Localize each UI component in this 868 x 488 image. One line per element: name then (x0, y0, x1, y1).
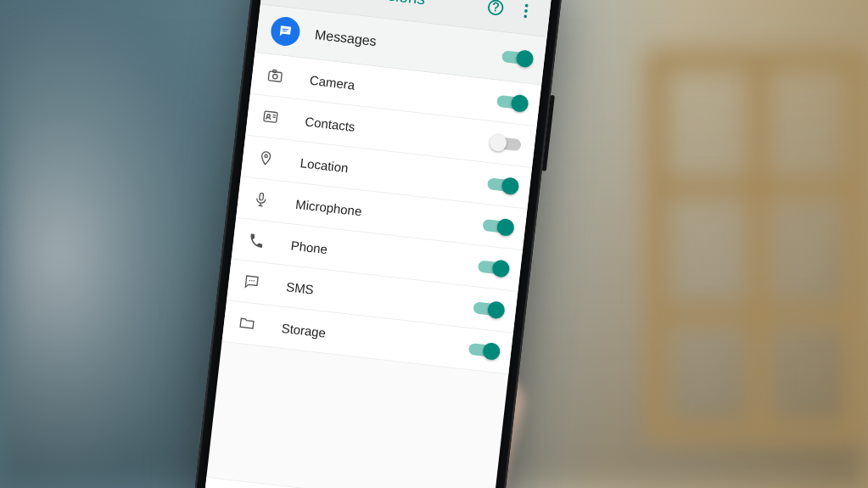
svg-point-4 (524, 9, 528, 13)
permissions-list: Camera Contacts Locati (221, 53, 541, 374)
permission-label: Microphone (295, 196, 484, 232)
svg-point-5 (524, 14, 527, 18)
phone-screen: 14:36 App permissions (202, 0, 554, 488)
background-shelf (647, 51, 868, 441)
app-name: Messages (314, 27, 503, 64)
contacts-icon (260, 106, 281, 126)
toggle-sms[interactable] (473, 301, 502, 317)
overflow-menu-button[interactable] (509, 0, 543, 28)
toggle-contacts[interactable] (491, 136, 521, 151)
svg-rect-10 (273, 70, 277, 72)
more-vert-icon (516, 1, 536, 21)
messages-app-icon (270, 15, 302, 48)
toggle-phone[interactable] (478, 261, 507, 276)
phone-icon (246, 231, 266, 251)
permission-label: Camera (309, 72, 497, 108)
camera-icon (265, 65, 285, 86)
svg-point-21 (254, 280, 255, 282)
back-button[interactable] (270, 0, 304, 1)
permission-label: Phone (290, 238, 479, 273)
toggle-location[interactable] (487, 177, 517, 193)
app-master-toggle[interactable] (501, 50, 531, 65)
location-icon (255, 148, 276, 168)
navigation-bar (202, 477, 493, 488)
help-button[interactable] (479, 0, 512, 25)
svg-line-18 (258, 205, 262, 206)
toggle-storage[interactable] (468, 343, 498, 358)
svg-point-9 (272, 74, 277, 79)
permission-label: Location (300, 155, 488, 191)
svg-point-15 (265, 154, 268, 158)
permission-label: Contacts (305, 114, 493, 149)
toggle-microphone[interactable] (482, 219, 512, 234)
permission-label: SMS (285, 279, 473, 315)
storage-icon (237, 313, 257, 334)
chat-bubble-icon (277, 23, 294, 40)
sms-icon (241, 272, 261, 292)
photo-background: 14:36 App permissions (0, 0, 868, 488)
help-icon (485, 0, 506, 18)
permission-label: Storage (281, 320, 469, 356)
svg-point-3 (525, 4, 529, 8)
svg-rect-16 (260, 193, 264, 200)
nav-back-button[interactable] (233, 483, 271, 488)
phone-frame: 14:36 App permissions (191, 0, 566, 488)
toggle-camera[interactable] (496, 95, 526, 110)
phone: 14:36 App permissions (191, 0, 566, 488)
svg-point-19 (249, 280, 251, 282)
microphone-icon (251, 189, 272, 210)
svg-point-20 (251, 280, 253, 282)
